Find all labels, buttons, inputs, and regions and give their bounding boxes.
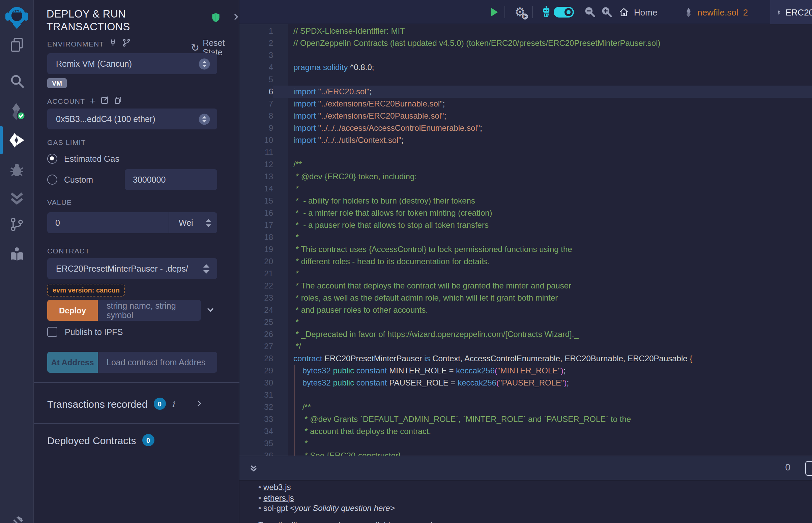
line-number[interactable]: 21	[240, 268, 273, 280]
line-number[interactable]: 14	[240, 183, 273, 195]
code-line-content[interactable]	[273, 49, 812, 61]
code-line-content[interactable]: * @dev {ERC20} token, including:	[273, 170, 812, 183]
code-line[interactable]: 23 * roles, as well as the default admin…	[240, 292, 812, 304]
code-line-content[interactable]: * roles, as well as the default admin ro…	[273, 292, 812, 304]
code-line[interactable]: 17 * - a pauser role that allows to stop…	[240, 219, 812, 231]
code-line-content[interactable]: * This contract uses {AccessControl} to …	[273, 243, 812, 255]
debugger-icon[interactable]	[0, 157, 34, 183]
code-line[interactable]: 6import "../ERC20.sol";	[240, 86, 812, 98]
terminal-search-input[interactable]	[805, 461, 812, 476]
code-line[interactable]: 34 * account that deploys the contract.	[240, 425, 812, 437]
line-number[interactable]: 7	[240, 98, 273, 110]
code-line-content[interactable]: *	[273, 231, 812, 243]
line-number[interactable]: 35	[240, 437, 273, 450]
line-number[interactable]: 17	[240, 219, 273, 231]
tab-home[interactable]: Home	[612, 0, 664, 24]
code-line-content[interactable]: * The account that deploys the contract …	[273, 280, 812, 292]
code-line[interactable]: 3	[240, 49, 812, 61]
code-line-content[interactable]: * - a minter role that allows for token …	[273, 207, 812, 219]
code-line-content[interactable]: * See {ERC20-constructor}.	[273, 450, 812, 456]
code-line[interactable]: 18 *	[240, 231, 812, 243]
line-number[interactable]: 3	[240, 49, 273, 61]
sign-message-icon[interactable]	[101, 96, 109, 106]
transactions-recorded-row[interactable]: Transactions recorded 0 i	[47, 398, 203, 410]
contract-select[interactable]: ERC20PresetMinterPauser - .deps/	[47, 258, 217, 279]
code-line-content[interactable]: *	[273, 437, 812, 450]
code-line[interactable]: 11	[240, 146, 812, 158]
line-number[interactable]: 32	[240, 401, 273, 413]
code-line[interactable]: 33 * @dev Grants `DEFAULT_ADMIN_ROLE`, `…	[240, 413, 812, 425]
line-number[interactable]: 25	[240, 316, 273, 328]
compile-settings-gear-icon[interactable]: ⚙▶	[512, 0, 528, 24]
fork-environment-icon[interactable]	[122, 38, 131, 49]
code-line[interactable]: 12/**	[240, 158, 812, 170]
code-line-content[interactable]: // SPDX-License-Identifier: MIT	[273, 25, 812, 37]
chevron-right-icon[interactable]	[232, 12, 240, 22]
code-line-content[interactable]: pragma solidity ^0.8.0;	[273, 61, 812, 73]
code-line[interactable]: 20 * different roles - head to its docum…	[240, 255, 812, 268]
line-number[interactable]: 22	[240, 280, 273, 292]
expand-terminal-icon[interactable]	[249, 463, 258, 476]
line-number[interactable]: 36	[240, 450, 273, 456]
plug-icon[interactable]	[109, 38, 117, 49]
code-line-content[interactable]: *	[273, 316, 812, 328]
expand-transactions-icon[interactable]	[196, 398, 203, 410]
zoom-out-icon[interactable]	[583, 0, 598, 24]
code-line-content[interactable]	[273, 146, 812, 158]
estimated-gas-radio[interactable]	[47, 154, 57, 164]
expand-constructor-icon[interactable]	[205, 305, 216, 318]
custom-gas-input[interactable]: 3000000	[125, 169, 217, 190]
code-line[interactable]: 4pragma solidity ^0.8.0;	[240, 61, 812, 73]
plugin-manager-icon[interactable]	[0, 509, 34, 523]
line-number[interactable]: 11	[240, 146, 273, 158]
line-number[interactable]: 5	[240, 73, 273, 86]
line-number[interactable]: 1	[240, 25, 273, 37]
line-number[interactable]: 12	[240, 158, 273, 170]
code-line[interactable]: 36 * See {ERC20-constructor}.	[240, 450, 812, 456]
line-number[interactable]: 26	[240, 328, 273, 340]
line-number[interactable]: 15	[240, 195, 273, 207]
code-line[interactable]: 5	[240, 73, 812, 86]
ai-robot-icon[interactable]	[538, 0, 554, 24]
line-number[interactable]: 29	[240, 365, 273, 377]
code-line[interactable]: 30 bytes32 public constant PAUSER_ROLE =…	[240, 377, 812, 389]
deploy-button[interactable]: Deploy	[47, 300, 98, 321]
terminal-header[interactable]: 0	[240, 456, 812, 481]
code-line[interactable]: 8import "../extensions/ERC20Pausable.sol…	[240, 110, 812, 122]
line-number[interactable]: 9	[240, 122, 273, 134]
code-line[interactable]: 35 *	[240, 437, 812, 450]
code-line[interactable]: 14 *	[240, 183, 812, 195]
code-line[interactable]: 19 * This contract uses {AccessControl} …	[240, 243, 812, 255]
code-line[interactable]: 24 * and pauser roles to other accounts.	[240, 304, 812, 316]
code-line-content[interactable]: contract ERC20PresetMinterPauser is Cont…	[273, 353, 812, 365]
code-line-content[interactable]: import "../extensions/ERC20Pausable.sol"…	[273, 110, 812, 122]
code-line-content[interactable]: import "../../../utils/Context.sol";	[273, 134, 812, 146]
code-line-content[interactable]: /**	[273, 158, 812, 170]
code-line-content[interactable]	[273, 73, 812, 86]
code-line[interactable]: 16 * - a minter role that allows for tok…	[240, 207, 812, 219]
line-number[interactable]: 18	[240, 231, 273, 243]
value-unit-select[interactable]: Wei	[169, 212, 217, 233]
line-number[interactable]: 10	[240, 134, 273, 146]
code-line-content[interactable]: * - a pauser role that allows to stop al…	[273, 219, 812, 231]
value-input[interactable]: 0	[47, 212, 169, 233]
ai-toggle[interactable]	[554, 7, 574, 18]
code-line[interactable]: 31	[240, 389, 812, 401]
code-line-content[interactable]: * different roles - head to its document…	[273, 255, 812, 268]
terminal-library-link[interactable]: web3.js	[263, 483, 291, 492]
code-line[interactable]: 29 bytes32 public constant MINTER_ROLE =…	[240, 365, 812, 377]
code-line-content[interactable]: * @dev Grants `DEFAULT_ADMIN_ROLE`, `MIN…	[273, 413, 812, 425]
code-line[interactable]: 10import "../../../utils/Context.sol";	[240, 134, 812, 146]
line-number[interactable]: 27	[240, 340, 273, 353]
code-line[interactable]: 21 *	[240, 268, 812, 280]
code-line-content[interactable]: import "../extensions/ERC20Burnable.sol"…	[273, 98, 812, 110]
learneth-icon[interactable]	[0, 241, 34, 267]
code-line-content[interactable]	[273, 389, 812, 401]
code-line[interactable]: 28contract ERC20PresetMinterPauser is Co…	[240, 353, 812, 365]
tab-erc20presetminterpauser[interactable]: ERC20PresetMinterPauser.sol ✕	[770, 0, 812, 24]
code-line[interactable]: 1// SPDX-License-Identifier: MIT	[240, 25, 812, 37]
copy-account-icon[interactable]	[114, 96, 122, 106]
code-line-content[interactable]: bytes32 public constant MINTER_ROLE = ke…	[273, 365, 812, 377]
code-line[interactable]: 2// OpenZeppelin Contracts (last updated…	[240, 37, 812, 49]
line-number[interactable]: 19	[240, 243, 273, 255]
